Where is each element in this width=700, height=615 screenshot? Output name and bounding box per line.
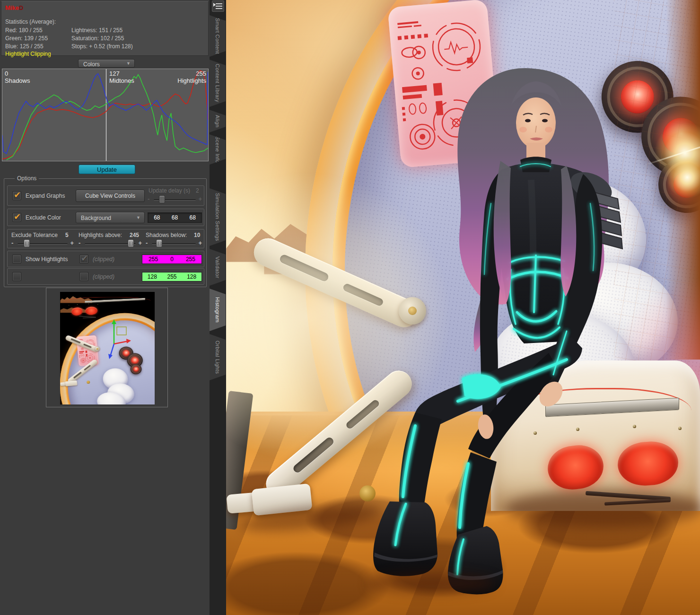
shadows-below-label: Shadows below: [146,232,187,238]
colors-dropdown-label: Colors [83,61,100,68]
update-delay-slider: - + [148,195,202,204]
mountains-near [60,303,96,313]
holo-screen [76,335,99,366]
mountains-far [60,292,92,303]
leg-foot-pad [65,380,78,387]
slider-handle[interactable] [24,239,30,247]
expand-graphs-row: Expand Graphs Cube View Controls Update … [7,185,204,206]
show-shadows-row: (clipped) 128 255 128 [7,268,204,285]
highlights-clipped-label: (clipped) [93,256,114,263]
exclude-rgb-values[interactable]: 68 68 68 [148,212,202,223]
update-button[interactable]: Update [79,165,135,174]
thresholds-row: Exclude Tolerance 5 - + Highlights above… [7,229,204,248]
landing-leg-upper [65,334,99,352]
background-dropdown[interactable]: Background ▼ [76,212,145,223]
chevron-down-icon: ▼ [136,215,140,220]
hist-label-127: 127 [109,70,120,77]
face [516,97,556,149]
histogram-panel: 0 Shadows 127 Midtones 255 Hightlights [2,69,209,161]
tab-align[interactable]: Align [210,110,226,132]
expand-graphs-label: Expand Graphs [26,193,65,199]
slider-minus[interactable]: - [11,239,13,246]
panel-menu-icon[interactable] [212,0,224,12]
pane-tab-strip: Smart Content Content Library Align Scen… [210,0,226,615]
leg-gold-pin [87,381,90,384]
show-highlights-row: Show Hightlights (clipped) 255 0 255 [7,251,204,267]
exclude-tolerance-slider[interactable]: - + [11,239,74,248]
swatch-g: 255 [167,273,176,280]
slider-handle [159,195,165,203]
plugin-title-main: Mike [5,4,19,11]
exclude-rgb-g: 68 [172,214,178,221]
boot-far [373,501,438,576]
swatch-r: 255 [149,256,158,263]
tab-orbital-lights[interactable]: Orbital Lights [210,334,226,380]
slider-handle[interactable] [156,239,162,247]
hist-label-shadows: Shadows [5,77,30,84]
exclude-color-checkbox[interactable] [12,213,21,222]
tab-content-library[interactable]: Content Library [210,60,226,107]
landing-strut [79,316,96,317]
landing-leg-lower [67,359,98,384]
transform-gizmo [97,316,135,361]
shadows-clipped-checkbox[interactable] [79,272,88,281]
highlight-color-swatch[interactable]: 255 0 255 [142,255,202,264]
swatch-b: 255 [186,256,195,263]
hist-label-255: 255 [196,70,206,77]
slider-minus[interactable]: - [146,239,148,246]
cube-view-controls-button[interactable]: Cube View Controls [76,190,145,202]
expand-graphs-checkbox[interactable] [12,191,21,200]
tab-smart-content[interactable]: Smart Content [210,15,226,57]
boot-shadow [368,573,496,593]
tab-validator[interactable]: Validator [210,249,226,286]
render-thumbnail [60,292,155,404]
exclude-rgb-b: 68 [189,214,195,221]
plugin-title: MikeD [5,4,23,11]
stat-stops: Stops: + 0.52 (from 128) [71,43,133,50]
hist-label-0: 0 [5,70,8,77]
holo-screen-graphics [76,335,99,366]
slider-plus[interactable]: + [138,239,142,246]
statistics-box: MikeD Statistics (Average): Red: 180 / 2… [1,1,209,56]
tab-simulation-settings[interactable]: Simulation Settings [210,188,226,246]
base-vent [85,307,98,315]
shadow-color-swatch[interactable]: 128 255 128 [142,272,202,281]
slider-plus[interactable]: + [70,239,74,246]
engine-pod-3 [130,363,142,375]
render-viewport[interactable] [226,0,700,615]
stat-lightness: Lightness: 151 / 255 [71,27,122,34]
update-delay-label: Update delay (s) [149,187,190,194]
slider-handle[interactable] [128,239,134,247]
base-vent [71,307,83,316]
slider-minus: - [148,195,149,202]
options-group: Options Expand Graphs Cube View Controls… [4,178,207,287]
statistics-heading: Statistics (Average): [5,18,56,25]
exclude-tolerance-value: 5 [65,232,69,238]
tab-histogram[interactable]: Histogram [210,289,226,331]
stat-blue: Blue: 125 / 255 [5,43,44,50]
landing-strut [83,317,96,319]
seat-cushion [101,367,129,391]
shadows-clipped-label: (clipped) [93,273,114,280]
tab-scene-info[interactable]: Scene Info [210,134,226,165]
stat-saturation: Saturation: 102 / 255 [71,35,124,42]
highlights-above-slider[interactable]: - + [79,239,142,248]
stat-red: Red: 180 / 255 [5,27,43,34]
seat-cushion [106,382,136,404]
clipping-warning: Hightlight Clipping [5,51,51,57]
exclude-color-row: Exclude Color Background ▼ 68 68 68 [7,209,204,226]
shadows-below-value: 10 [194,232,200,238]
stat-green: Green: 139 / 255 [5,35,48,42]
base-red-stripe [64,297,151,302]
show-highlights-checkbox[interactable] [12,255,21,264]
slider-plus[interactable]: + [198,239,202,246]
show-highlights-label: Show Hightlights [26,256,68,263]
hist-label-midtones: Midtones [109,77,134,84]
slider-minus[interactable]: - [79,239,80,246]
highlights-clipped-checkbox[interactable] [79,255,88,264]
background-dropdown-label: Background [81,215,111,221]
show-shadows-checkbox[interactable] [12,272,21,281]
seat-cushion [96,391,127,404]
shadows-below-slider[interactable]: - + [146,239,202,248]
colors-dropdown[interactable]: Colors ▼ [78,59,135,68]
